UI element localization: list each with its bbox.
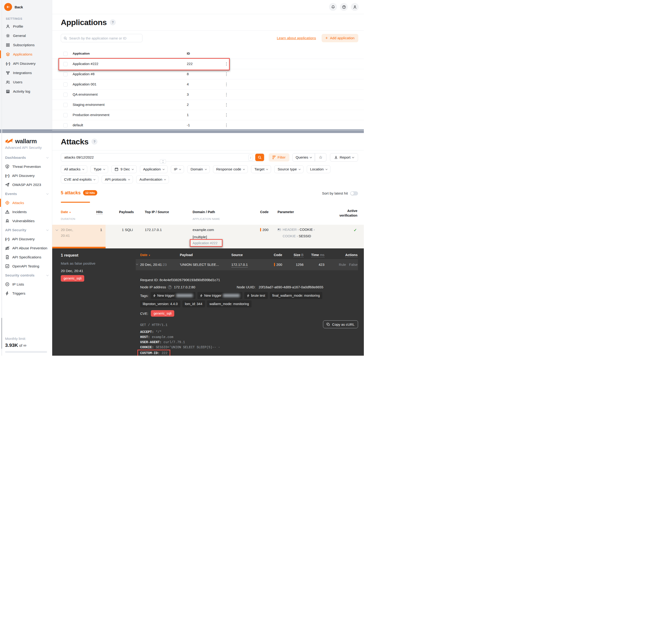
- notifications-bell-icon[interactable]: [329, 3, 337, 11]
- tag-chip-new-trigger[interactable]: New trigger: [197, 292, 242, 299]
- row-checkbox[interactable]: [63, 93, 68, 97]
- report-button[interactable]: Report: [330, 153, 358, 162]
- add-application-button[interactable]: + Add application: [322, 34, 358, 42]
- tag-chip-libproton[interactable]: libproton_version: 4.4.0: [140, 300, 180, 307]
- row-menu-icon[interactable]: ⋮: [225, 123, 228, 128]
- nav-group-security-controls[interactable]: Security controls: [0, 271, 52, 280]
- sidebar-item-applications[interactable]: Applications: [0, 50, 52, 59]
- request-action-rule[interactable]: Rule: [339, 262, 346, 267]
- nav-group-api-security[interactable]: API Security: [0, 225, 52, 234]
- table-row[interactable]: Application 001 4 ⋮: [52, 79, 364, 90]
- select-all-checkbox[interactable]: [63, 52, 68, 56]
- cve-badge[interactable]: generic_sqli: [151, 310, 174, 317]
- sidebar-item-incidents[interactable]: Incidents: [0, 207, 52, 216]
- request-row[interactable]: 20 Dec, 20:41:23 'UNION SELECT SLEE... 1…: [136, 259, 358, 270]
- row-checkbox[interactable]: [63, 123, 68, 128]
- back-button[interactable]: Back: [0, 0, 52, 11]
- sidebar-item-activity-log[interactable]: Activity log: [0, 87, 52, 96]
- sidebar-item-vulnerabilities[interactable]: Vulnerabilities: [0, 216, 52, 225]
- filter-chip-ip[interactable]: IP: [171, 165, 184, 173]
- sidebar-item-threat-prevention[interactable]: Threat Prevention: [0, 162, 52, 171]
- learn-about-applications-link[interactable]: Learn about applications: [277, 36, 316, 40]
- filter-chip-type[interactable]: Type: [91, 165, 108, 173]
- req-column-date[interactable]: Date▼: [140, 253, 150, 257]
- request-action-false[interactable]: False: [349, 262, 358, 267]
- attacks-search-input[interactable]: attacks 09/12/2022 /: [61, 153, 264, 162]
- row-menu-icon[interactable]: ⋮: [225, 62, 228, 66]
- sidebar-item-api-specifications[interactable]: API Specifications: [0, 253, 52, 262]
- scrollbar-thumb[interactable]: [1, 318, 2, 349]
- tag-chip-lom-id[interactable]: lom_id: 344: [182, 300, 205, 307]
- sidebar-item-owasp-api-2023[interactable]: OWASP API 2023: [0, 180, 52, 189]
- copy-as-curl-button[interactable]: Copy as cURL: [323, 320, 358, 328]
- search-expand-stepper[interactable]: [160, 159, 166, 164]
- help-circle-icon[interactable]: ?: [168, 285, 172, 289]
- column-header-date[interactable]: Date▼: [61, 210, 71, 214]
- help-icon[interactable]: [340, 3, 348, 11]
- row-checkbox[interactable]: [63, 72, 68, 76]
- row-checkbox[interactable]: [63, 83, 68, 87]
- filter-chip-domain[interactable]: Domain: [187, 165, 210, 173]
- sidebar-item-attacks[interactable]: Attacks: [0, 198, 52, 207]
- filter-chip-cve-exploits[interactable]: CVE and exploits: [61, 176, 98, 183]
- row-checkbox[interactable]: [63, 62, 68, 66]
- title-help-icon[interactable]: ?: [110, 19, 116, 25]
- table-row[interactable]: QA environment 3 ⋮: [52, 90, 364, 100]
- req-column-time[interactable]: Time ms: [304, 253, 324, 257]
- attack-type-badge[interactable]: generic_sqli: [61, 275, 84, 282]
- scrollbar-track[interactable]: [1, 0, 2, 356]
- queries-button[interactable]: Queries: [292, 154, 315, 161]
- filter-chip-response-code[interactable]: Response code: [213, 165, 248, 173]
- tag-chip-new-trigger[interactable]: New trigger: [150, 292, 195, 299]
- nav-group-events[interactable]: Events: [0, 189, 52, 198]
- sidebar-item-integrations[interactable]: Integrations: [0, 68, 52, 77]
- row-menu-icon[interactable]: ⋮: [225, 92, 228, 97]
- mark-false-positive-link[interactable]: Mark as false positive: [61, 261, 95, 266]
- table-row[interactable]: Application #222 222 ⋮: [52, 59, 364, 69]
- sidebar-item-ip-lists[interactable]: IP IP Lists: [0, 280, 52, 289]
- favorite-star-icon[interactable]: ☆: [315, 154, 326, 161]
- row-checkbox[interactable]: [63, 103, 68, 107]
- filter-chip-all-attacks[interactable]: All attacks: [61, 165, 87, 173]
- filter-button[interactable]: Filter: [269, 153, 289, 162]
- tag-chip-wallarm-mode[interactable]: wallarm_mode: monitoring: [207, 300, 252, 307]
- sidebar-item-users[interactable]: Users: [0, 77, 52, 87]
- filter-chip-application[interactable]: Application: [140, 165, 167, 173]
- row-menu-icon[interactable]: ⋮: [225, 72, 228, 77]
- sidebar-item-api-discovery-dash[interactable]: {} API Discovery: [0, 171, 52, 180]
- table-row[interactable]: Production environment 1 ⋮: [52, 110, 364, 120]
- row-checkbox[interactable]: [63, 113, 68, 117]
- table-row[interactable]: Application #8 8 ⋮: [52, 69, 364, 79]
- row-menu-icon[interactable]: ⋮: [225, 102, 228, 107]
- sidebar-item-general[interactable]: General: [0, 31, 52, 40]
- search-button[interactable]: [255, 154, 264, 161]
- tag-chip-final-wallarm-mode[interactable]: final_wallarm_mode: monitoring: [270, 292, 323, 299]
- sort-by-latest-hit-toggle[interactable]: [350, 191, 358, 196]
- filter-chip-location[interactable]: Location: [307, 165, 330, 173]
- application-search-input[interactable]: Search by the application name or ID: [61, 34, 142, 42]
- filter-chip-source-type[interactable]: Source type: [274, 165, 304, 173]
- sidebar-item-profile[interactable]: Profile: [0, 22, 52, 31]
- table-row[interactable]: Staging environment 2 ⋮: [52, 100, 364, 110]
- sidebar-item-api-discovery[interactable]: {} API Discovery: [0, 234, 52, 244]
- attack-application-name[interactable]: Application #222: [193, 241, 217, 245]
- request-source[interactable]: 172.17.0.1: [231, 262, 248, 267]
- filter-chip-authentication[interactable]: Authentication: [136, 176, 169, 183]
- sidebar-item-openapi-testing[interactable]: OpenAPI Testing: [0, 262, 52, 271]
- attack-row[interactable]: 20 Dec, 20:41 1 1 SQLi 172.17.0.1 exampl…: [52, 225, 364, 248]
- column-header-hits[interactable]: Hits: [96, 210, 102, 214]
- sidebar-item-triggers[interactable]: Triggers: [0, 289, 52, 298]
- filter-chip-api-protocols[interactable]: API protocols: [102, 176, 133, 183]
- sidebar-item-api-abuse-prevention[interactable]: API Abuse Prevention: [0, 244, 52, 253]
- req-column-actions[interactable]: Actions: [345, 253, 358, 257]
- row-menu-icon[interactable]: ⋮: [225, 113, 228, 117]
- tag-chip-brute-test[interactable]: brute test: [244, 292, 267, 299]
- nav-group-dashboards[interactable]: Dashboards: [0, 153, 52, 162]
- sidebar-item-subscriptions[interactable]: Subscriptions: [0, 40, 52, 50]
- req-column-size[interactable]: Size B: [282, 253, 304, 257]
- filter-chip-target[interactable]: Target: [251, 165, 271, 173]
- sidebar-item-api-discovery[interactable]: {} API Discovery: [0, 59, 52, 68]
- table-row[interactable]: default -1 ⋮: [52, 120, 364, 131]
- row-menu-icon[interactable]: ⋮: [225, 82, 228, 87]
- filter-chip-date[interactable]: 9 Dec: [111, 165, 137, 173]
